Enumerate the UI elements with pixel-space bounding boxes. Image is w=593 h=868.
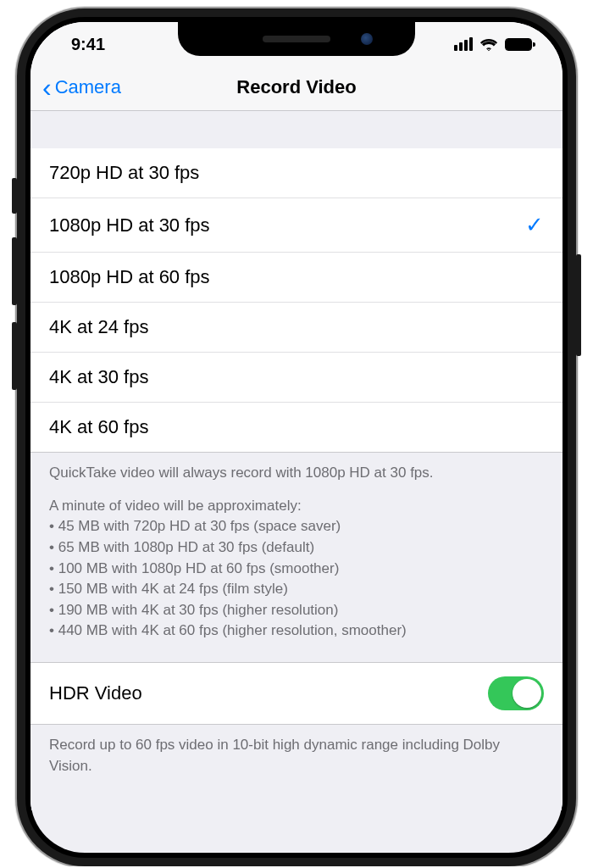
- option-720p-30[interactable]: 720p HD at 30 fps: [30, 148, 563, 198]
- back-button[interactable]: ‹ Camera: [42, 76, 121, 98]
- filesize-bullet: • 150 MB with 4K at 24 fps (film style): [49, 579, 544, 600]
- hdr-video-row[interactable]: HDR Video: [30, 662, 563, 725]
- filesize-bullet: • 100 MB with 1080p HD at 60 fps (smooth…: [49, 559, 544, 580]
- option-label: 4K at 24 fps: [49, 316, 544, 338]
- hdr-toggle[interactable]: [488, 676, 544, 710]
- status-icons: [454, 36, 532, 52]
- chevron-left-icon: ‹: [42, 81, 52, 94]
- option-label: 4K at 60 fps: [49, 416, 544, 438]
- filesize-bullet: • 440 MB with 4K at 60 fps (higher resol…: [49, 620, 544, 642]
- phone-frame: 9:41 ‹ Camera Record Video 720p HD at 30…: [17, 8, 576, 866]
- status-time: 9:41: [71, 35, 105, 54]
- option-label: 4K at 30 fps: [49, 366, 544, 388]
- filesize-bullet: • 45 MB with 720p HD at 30 fps (space sa…: [49, 516, 544, 537]
- options-footer: QuickTake video will always record with …: [30, 453, 563, 662]
- option-4k-30[interactable]: 4K at 30 fps: [30, 353, 563, 403]
- front-camera: [361, 33, 373, 45]
- option-label: 1080p HD at 30 fps: [49, 214, 525, 236]
- volume-up-button: [12, 237, 17, 305]
- power-button: [576, 254, 581, 356]
- page-title: Record Video: [236, 76, 356, 98]
- filesize-bullet: • 190 MB with 4K at 30 fps (higher resol…: [49, 600, 544, 621]
- back-label: Camera: [55, 76, 121, 98]
- hdr-footer: Record up to 60 fps video in 10-bit high…: [30, 725, 563, 810]
- hdr-description: Record up to 60 fps video in 10-bit high…: [49, 737, 500, 774]
- notch: [178, 22, 415, 56]
- option-label: 720p HD at 30 fps: [49, 162, 544, 184]
- option-4k-60[interactable]: 4K at 60 fps: [30, 403, 563, 453]
- screen: 9:41 ‹ Camera Record Video 720p HD at 30…: [30, 22, 563, 853]
- option-4k-24[interactable]: 4K at 24 fps: [30, 303, 563, 353]
- mute-switch: [12, 178, 17, 214]
- quicktake-note: QuickTake video will always record with …: [49, 463, 544, 484]
- filesize-bullet: • 65 MB with 1080p HD at 30 fps (default…: [49, 537, 544, 559]
- content: 720p HD at 30 fps 1080p HD at 30 fps ✓ 1…: [30, 111, 563, 810]
- recording-options-list: 720p HD at 30 fps 1080p HD at 30 fps ✓ 1…: [30, 148, 563, 453]
- battery-icon: [505, 38, 532, 51]
- volume-down-button: [12, 322, 17, 390]
- checkmark-icon: ✓: [525, 212, 544, 238]
- option-1080p-30[interactable]: 1080p HD at 30 fps ✓: [30, 198, 563, 253]
- option-1080p-60[interactable]: 1080p HD at 60 fps: [30, 253, 563, 303]
- hdr-label: HDR Video: [49, 682, 488, 704]
- filesize-intro: A minute of video will be approximately:: [49, 498, 302, 514]
- option-label: 1080p HD at 60 fps: [49, 266, 544, 288]
- section-spacer: [30, 111, 563, 148]
- nav-bar: ‹ Camera Record Video: [30, 66, 563, 111]
- wifi-icon: [479, 36, 498, 52]
- speaker-grille: [263, 36, 330, 42]
- hdr-section: HDR Video: [30, 662, 563, 725]
- toggle-knob: [513, 679, 541, 708]
- cellular-signal-icon: [454, 37, 473, 51]
